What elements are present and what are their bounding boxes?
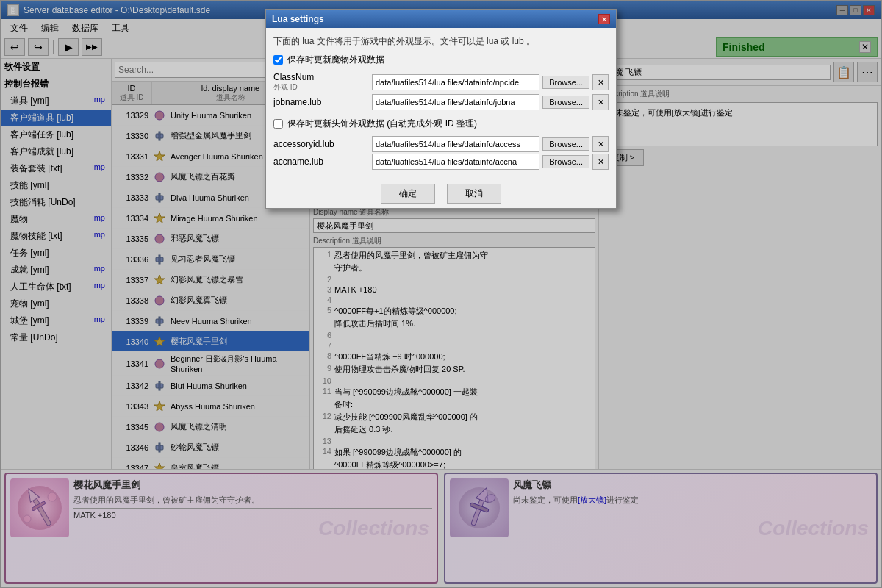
lua-file-accessoryid: accessoryid.lub Browse... ✕ [273, 136, 609, 152]
lua-file-accname-input[interactable] [372, 154, 539, 170]
lua-classnum-browse-button[interactable]: Browse... [542, 76, 589, 89]
checkbox-headgear-label: 保存时更新头饰外观数据 (自动完成外观 ID 整理) [287, 118, 477, 130]
checkbox-row-2: 保存时更新头饰外观数据 (自动完成外观 ID 整理) [273, 118, 609, 130]
lua-files: ClassNum 外观 ID Browse... ✕ jobname.lub B… [273, 72, 609, 112]
checkbox-row-1: 保存时更新魔物外观数据 [273, 54, 609, 66]
lua-file-classnum: ClassNum 外观 ID Browse... ✕ [273, 72, 609, 93]
lua-file-classnum-label: ClassNum 外观 ID [273, 72, 369, 93]
lua-file-accessoryid-input[interactable] [372, 136, 539, 152]
dialog-overlay: Lua settings ✕ 下面的 lua 文件将用于游戏中的外观显示。文件可… [1, 1, 881, 587]
dialog-description: 下面的 lua 文件将用于游戏中的外观显示。文件可以是 lua 或 lub 。 [273, 35, 609, 48]
checkbox-headgear[interactable] [273, 119, 283, 129]
checkbox-monsters-label: 保存时更新魔物外观数据 [287, 54, 384, 66]
dialog-close-button[interactable]: ✕ [598, 14, 610, 24]
lua-accname-clear-button[interactable]: ✕ [592, 154, 609, 170]
lua-accessoryid-browse-button[interactable]: Browse... [542, 137, 589, 151]
lua-jobname-browse-button[interactable]: Browse... [542, 96, 589, 109]
dialog-title-bar: Lua settings ✕ [266, 10, 616, 28]
lua-file-jobname: jobname.lub Browse... ✕ [273, 94, 609, 110]
lua-accname-browse-button[interactable]: Browse... [542, 155, 589, 168]
main-window: 🗄 Server database editor - O:\Desktop\de… [0, 0, 882, 588]
lua-file-accname: accname.lub Browse... ✕ [273, 154, 609, 170]
lua-file-jobname-input[interactable] [372, 94, 539, 110]
dialog-cancel-button[interactable]: 取消 [447, 184, 501, 204]
dialog-body: 下面的 lua 文件将用于游戏中的外观显示。文件可以是 lua 或 lub 。 … [266, 28, 616, 179]
lua-jobname-clear-button[interactable]: ✕ [592, 94, 609, 110]
lua-file-accname-label: accname.lub [273, 157, 369, 167]
lua-files-2: accessoryid.lub Browse... ✕ accname.lub … [273, 136, 609, 171]
dialog-title-text: Lua settings [272, 14, 324, 24]
lua-file-classnum-input[interactable] [372, 74, 539, 90]
dialog-footer: 确定 取消 [266, 179, 616, 208]
lua-file-jobname-label: jobname.lub [273, 97, 369, 107]
lua-file-accessoryid-label: accessoryid.lub [273, 139, 369, 149]
lua-settings-dialog: Lua settings ✕ 下面的 lua 文件将用于游戏中的外观显示。文件可… [265, 9, 617, 209]
checkbox-monsters[interactable] [273, 55, 283, 65]
dialog-ok-button[interactable]: 确定 [381, 184, 435, 204]
lua-classnum-clear-button[interactable]: ✕ [592, 74, 609, 90]
lua-accessoryid-clear-button[interactable]: ✕ [592, 136, 609, 152]
